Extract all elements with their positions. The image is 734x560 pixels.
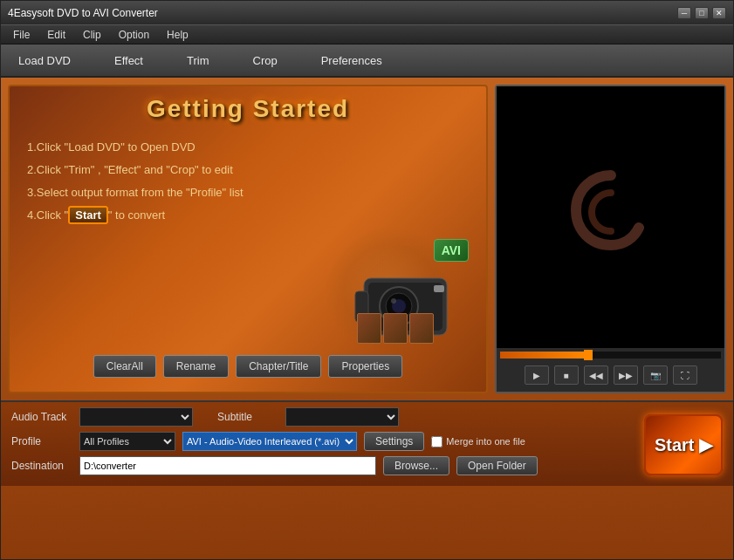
video-controls: ▶ ■ ◀◀ ▶▶ 📷 ⛶ bbox=[497, 348, 724, 392]
progress-handle[interactable] bbox=[584, 350, 593, 360]
video-preview bbox=[497, 86, 724, 348]
film-frame-2 bbox=[383, 313, 408, 344]
step-3: 3.Select output format from the "Profile… bbox=[27, 181, 477, 204]
step-1: 1.Click "Load DVD" to Open DVD bbox=[27, 136, 477, 159]
toolbar-trim[interactable]: Trim bbox=[178, 51, 218, 71]
menu-clip[interactable]: Clip bbox=[74, 27, 110, 43]
toolbar-load-dvd[interactable]: Load DVD bbox=[10, 51, 79, 71]
cp-logo bbox=[559, 158, 663, 277]
menubar: File Edit Clip Option Help bbox=[1, 25, 733, 44]
playback-btns: ▶ ■ ◀◀ ▶▶ 📷 ⛶ bbox=[500, 362, 721, 388]
clear-all-button[interactable]: ClearAll bbox=[93, 355, 156, 378]
svg-point-5 bbox=[391, 298, 396, 304]
profile-format-select[interactable]: AVI - Audio-Video Interleaved (*.avi) bbox=[182, 432, 357, 451]
filmstrip bbox=[357, 313, 434, 344]
titlebar: 4Easysoft DVD to AVI Converter ─ □ ✕ bbox=[1, 1, 733, 25]
form-area: Audio Track Subtitle Profile All Profile… bbox=[1, 400, 733, 486]
toolbar-preferences[interactable]: Preferences bbox=[312, 51, 391, 71]
profile-category-select[interactable]: All Profiles bbox=[79, 432, 175, 451]
fullscreen-button[interactable]: ⛶ bbox=[673, 365, 697, 385]
left-panel: Getting Started 1.Click "Load DVD" to Op… bbox=[8, 85, 488, 393]
rename-button[interactable]: Rename bbox=[163, 355, 229, 378]
body-area: Load DVD Effect Trim Crop Preferences Ge… bbox=[1, 44, 733, 559]
close-button[interactable]: ✕ bbox=[712, 7, 726, 19]
bottom-buttons: ClearAll Rename Chapter/Title Properties bbox=[10, 348, 486, 385]
progress-fill bbox=[500, 352, 588, 359]
camera-graphic: AVI bbox=[312, 235, 469, 348]
toolbar-effect[interactable]: Effect bbox=[106, 51, 152, 71]
subtitle-select[interactable] bbox=[285, 407, 399, 427]
start-highlight: Start bbox=[68, 206, 108, 224]
step-4: 4.Click "Start" to convert bbox=[27, 204, 477, 227]
profile-row: Profile All Profiles AVI - Audio-Video I… bbox=[11, 432, 723, 451]
right-panel: ▶ ■ ◀◀ ▶▶ 📷 ⛶ bbox=[495, 85, 726, 393]
start-label: Start ▶ bbox=[655, 434, 712, 455]
app-title: 4Easysoft DVD to AVI Converter bbox=[8, 7, 158, 19]
toolbar-crop[interactable]: Crop bbox=[244, 51, 286, 71]
snapshot-button[interactable]: 📷 bbox=[643, 365, 668, 385]
logo-svg bbox=[559, 158, 663, 263]
menu-file[interactable]: File bbox=[4, 27, 38, 43]
rewind-button[interactable]: ◀◀ bbox=[584, 365, 608, 385]
progress-bar-area[interactable] bbox=[500, 352, 721, 359]
minimize-button[interactable]: ─ bbox=[677, 7, 691, 19]
toolbar: Load DVD Effect Trim Crop Preferences bbox=[1, 44, 733, 78]
audio-track-select[interactable] bbox=[79, 407, 193, 427]
properties-button[interactable]: Properties bbox=[328, 355, 402, 378]
profile-label: Profile bbox=[11, 435, 72, 447]
merge-check: Merge into one file bbox=[431, 436, 525, 447]
play-button[interactable]: ▶ bbox=[525, 365, 549, 385]
form-wrapper: Audio Track Subtitle Profile All Profile… bbox=[1, 400, 733, 486]
start-button-big[interactable]: Start ▶ bbox=[644, 414, 723, 475]
merge-checkbox[interactable] bbox=[431, 436, 442, 447]
forward-button[interactable]: ▶▶ bbox=[614, 365, 638, 385]
step-2: 2.Click "Trim" , "Effect" and "Crop" to … bbox=[27, 159, 477, 181]
merge-label: Merge into one file bbox=[446, 436, 525, 447]
menu-edit[interactable]: Edit bbox=[38, 27, 74, 43]
destination-label: Destination bbox=[11, 460, 72, 472]
settings-button[interactable]: Settings bbox=[364, 432, 424, 451]
menu-option[interactable]: Option bbox=[110, 27, 158, 43]
titlebar-controls: ─ □ ✕ bbox=[677, 7, 726, 19]
audio-subtitle-row: Audio Track Subtitle bbox=[11, 407, 723, 427]
browse-button[interactable]: Browse... bbox=[383, 456, 449, 475]
open-folder-button[interactable]: Open Folder bbox=[456, 456, 538, 475]
content-row: Getting Started 1.Click "Load DVD" to Op… bbox=[1, 78, 733, 400]
app-window: 4Easysoft DVD to AVI Converter ─ □ ✕ Fil… bbox=[0, 0, 734, 560]
svg-rect-6 bbox=[434, 285, 444, 292]
avi-badge: AVI bbox=[434, 239, 469, 262]
subtitle-label: Subtitle bbox=[217, 411, 278, 423]
maximize-button[interactable]: □ bbox=[695, 7, 709, 19]
film-frame-3 bbox=[409, 313, 434, 344]
instructions: 1.Click "Load DVD" to Open DVD 2.Click "… bbox=[18, 136, 477, 227]
chapter-title-button[interactable]: Chapter/Title bbox=[236, 355, 321, 378]
destination-row: Destination Browse... Open Folder bbox=[11, 456, 723, 475]
destination-input[interactable] bbox=[79, 456, 376, 475]
film-frame-1 bbox=[357, 313, 381, 344]
audio-track-label: Audio Track bbox=[11, 411, 72, 423]
stop-button[interactable]: ■ bbox=[554, 365, 579, 385]
getting-started-title: Getting Started bbox=[18, 95, 477, 123]
menu-help[interactable]: Help bbox=[158, 27, 197, 43]
